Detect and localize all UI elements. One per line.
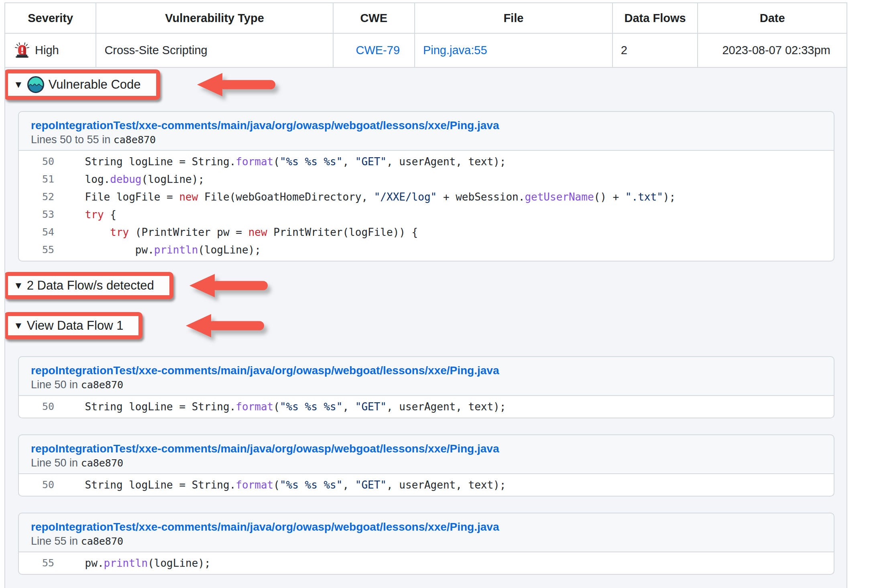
snippet-code-area: 50 String logLine = String.format("%s %s… xyxy=(19,150,834,261)
view-data-flow-1-label: View Data Flow 1 xyxy=(27,318,124,333)
vulnerable-code-toggle[interactable]: ▼ Vulnerable Code xyxy=(14,76,141,93)
cwe-link[interactable]: CWE-79 xyxy=(356,44,400,57)
snippet-file-link[interactable]: repoIntegrationTest/xxe-comments/main/ja… xyxy=(31,521,499,533)
code-text: String logLine = String.format("%s %s %s… xyxy=(54,153,506,170)
data-flow-snippets-container: repoIntegrationTest/xxe-comments/main/ja… xyxy=(5,356,847,575)
code-line: 54 try (PrintWriter pw = new PrintWriter… xyxy=(19,223,834,241)
header-data-flows: Data Flows xyxy=(613,3,698,33)
wave-icon xyxy=(27,76,45,93)
snippet-file-link[interactable]: repoIntegrationTest/xxe-comments/main/ja… xyxy=(31,364,499,377)
commit-hash: ca8e870 xyxy=(81,379,123,391)
snippet-header: repoIntegrationTest/xxe-comments/main/ja… xyxy=(19,357,834,395)
commit-hash: ca8e870 xyxy=(81,457,123,469)
file-cell: Ping.java:55 xyxy=(415,33,613,67)
header-cwe: CWE xyxy=(333,3,415,33)
snippet-code-area: 50 String logLine = String.format("%s %s… xyxy=(19,395,834,418)
code-text: pw.println(logLine); xyxy=(54,241,261,259)
vulnerable-code-snippet-container: repoIntegrationTest/xxe-comments/main/ja… xyxy=(5,111,847,262)
header-file: File xyxy=(415,3,613,33)
data-flows-toggle[interactable]: ▼ 2 Data Flow/s detected xyxy=(14,278,154,293)
code-text: pw.println(logLine); xyxy=(54,554,211,572)
header-date: Date xyxy=(698,3,847,33)
line-number: 50 xyxy=(19,153,54,170)
header-vulnerability-type: Vulnerability Type xyxy=(96,3,333,33)
annotation-highlight-vulnerable-code: ▼ Vulnerable Code xyxy=(4,69,160,100)
line-number: 52 xyxy=(19,188,54,206)
table-header-row: Severity Vulnerability Type CWE File Dat… xyxy=(5,3,847,33)
triangle-down-icon: ▼ xyxy=(14,80,23,89)
view-data-flow-1-toggle[interactable]: ▼ View Data Flow 1 xyxy=(14,318,123,333)
code-line: 50 String logLine = String.format("%s %s… xyxy=(19,398,834,416)
date-cell: 2023-08-07 02:33pm xyxy=(698,33,847,67)
finding-row: High Cross-Site Scripting CWE-79 Ping.ja… xyxy=(5,33,847,67)
code-text: log.debug(logLine); xyxy=(54,170,204,188)
section-data-flows-detected: ▼ 2 Data Flow/s detected xyxy=(5,270,847,302)
annotation-arrow-icon xyxy=(189,270,272,302)
line-number: 53 xyxy=(19,206,54,223)
code-line: 53 try { xyxy=(19,206,834,223)
snippet-file-link[interactable]: repoIntegrationTest/xxe-comments/main/ja… xyxy=(31,119,499,132)
snippet-code-area: 50 String logLine = String.format("%s %s… xyxy=(19,473,834,496)
finding-summary-table: Severity Vulnerability Type CWE File Dat… xyxy=(4,2,847,68)
vulnerable-code-label: Vulnerable Code xyxy=(49,77,141,92)
data-flows-label: 2 Data Flow/s detected xyxy=(27,278,154,293)
line-number: 50 xyxy=(19,476,54,494)
snippet-header: repoIntegrationTest/xxe-comments/main/ja… xyxy=(19,435,834,473)
code-line: 52 File logFile = new File(webGoatHomeDi… xyxy=(19,188,834,206)
code-line: 55 pw.println(logLine); xyxy=(19,241,834,259)
snippet-range: Lines 50 to 55 in ca8e870 xyxy=(31,134,822,146)
header-severity: Severity xyxy=(5,3,96,33)
commit-hash: ca8e870 xyxy=(114,134,156,146)
section-vulnerable-code: ▼ Vulnerable Code xyxy=(5,69,847,101)
line-number: 54 xyxy=(19,223,54,241)
code-text: File logFile = new File(webGoatHomeDirec… xyxy=(54,188,676,206)
code-text: String logLine = String.format("%s %s %s… xyxy=(54,398,506,416)
siren-icon xyxy=(13,42,31,59)
line-number: 55 xyxy=(19,554,54,572)
severity-value: High xyxy=(35,44,59,57)
code-text: String logLine = String.format("%s %s %s… xyxy=(54,476,506,494)
snippet-header: repoIntegrationTest/xxe-comments/main/ja… xyxy=(19,513,834,552)
commit-hash: ca8e870 xyxy=(81,535,123,547)
annotation-highlight-view-flow-1: ▼ View Data Flow 1 xyxy=(4,312,142,339)
snippet-range: Line 50 in ca8e870 xyxy=(31,457,822,469)
code-snippet: repoIntegrationTest/xxe-comments/main/ja… xyxy=(18,111,834,262)
snippet-header: repoIntegrationTest/xxe-comments/main/ja… xyxy=(19,112,834,150)
snippet-file-link[interactable]: repoIntegrationTest/xxe-comments/main/ja… xyxy=(31,442,499,455)
annotation-arrow-icon xyxy=(197,69,279,101)
code-snippet: repoIntegrationTest/xxe-comments/main/ja… xyxy=(18,434,834,497)
severity-cell: High xyxy=(5,33,96,67)
line-number: 50 xyxy=(19,398,54,416)
annotation-highlight-data-flows: ▼ 2 Data Flow/s detected xyxy=(4,272,173,299)
code-snippet: repoIntegrationTest/xxe-comments/main/ja… xyxy=(18,513,834,575)
file-link[interactable]: Ping.java:55 xyxy=(423,44,487,57)
report-body: ▼ Vulnerable Code repoIntegrationTest/xx… xyxy=(4,68,847,588)
snippet-code-area: 55 pw.println(logLine); xyxy=(19,552,834,574)
section-view-data-flow-1: ▼ View Data Flow 1 xyxy=(5,310,847,342)
code-text: try { xyxy=(54,206,116,223)
triangle-down-icon: ▼ xyxy=(14,281,23,290)
code-text: try (PrintWriter pw = new PrintWriter(lo… xyxy=(54,223,418,241)
vulnerability-report-page: Severity Vulnerability Type CWE File Dat… xyxy=(0,0,871,588)
cwe-cell: CWE-79 xyxy=(333,33,415,67)
vulnerability-type-cell: Cross-Site Scripting xyxy=(96,33,333,67)
annotation-arrow-icon xyxy=(186,310,268,342)
data-flows-cell: 2 xyxy=(613,33,698,67)
code-line: 50 String logLine = String.format("%s %s… xyxy=(19,476,834,494)
code-snippet: repoIntegrationTest/xxe-comments/main/ja… xyxy=(18,356,834,418)
line-number: 51 xyxy=(19,170,54,188)
code-line: 50 String logLine = String.format("%s %s… xyxy=(19,153,834,170)
snippet-range: Line 55 in ca8e870 xyxy=(31,535,822,547)
triangle-down-icon: ▼ xyxy=(14,321,23,330)
snippet-range: Line 50 in ca8e870 xyxy=(31,379,822,391)
code-line: 55 pw.println(logLine); xyxy=(19,554,834,572)
code-line: 51 log.debug(logLine); xyxy=(19,170,834,188)
line-number: 55 xyxy=(19,241,54,259)
